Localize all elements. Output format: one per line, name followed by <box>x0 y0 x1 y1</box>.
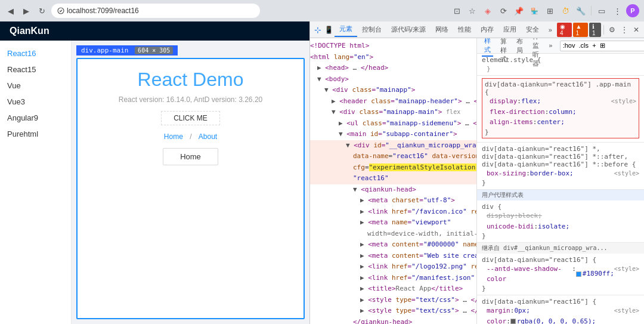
timer-icon[interactable]: ⏱ <box>559 4 572 17</box>
dom-link-logo[interactable]: ▶ <link href="/logo192.png" rel="apple-t… <box>310 261 476 273</box>
dom-qiankun-head-close[interactable]: </qiankun-head> <box>310 317 476 325</box>
browser-toolbar: ◀ ▶ ↻ localhost:7099/react16 ⊡ ☆ ◈ ⟳ 📌 🏪… <box>0 0 644 21</box>
close-devtools-icon[interactable]: ✕ <box>631 24 642 36</box>
cast-icon[interactable]: ⊡ <box>450 4 463 17</box>
sidebar-item-purehtml[interactable]: Purehtml <box>0 126 71 142</box>
styles-tab-more[interactable]: » <box>546 41 555 51</box>
dom-tree-panel[interactable]: <!DOCTYPE html> <html lang="en"> ▶ <head… <box>310 38 477 324</box>
back-button[interactable]: ◀ <box>5 5 17 17</box>
apps-icon[interactable]: ⊞ <box>543 4 556 17</box>
wildcard-after: div[data-qiankun="react16"] *::after, <box>482 153 639 161</box>
styles-filter-input[interactable] <box>560 41 644 51</box>
click-me-button[interactable]: CLICK ME <box>161 111 220 125</box>
element-style-section: element.style { } <box>477 54 644 76</box>
dom-viewport-content[interactable]: width=device-width, initial-scale=1> <box>310 229 476 240</box>
dom-html[interactable]: <html lang="en"> <box>310 52 476 63</box>
tab-elements[interactable]: 元素 <box>335 22 357 37</box>
styles-tab-layout[interactable]: 布局 <box>514 38 525 56</box>
device-emulation-icon[interactable]: 📱 <box>323 24 334 36</box>
dom-qiankun-head[interactable]: ▼ <qiankun-head> <box>310 184 476 196</box>
selector-close: } <box>485 128 636 136</box>
sidebar-item-vue[interactable]: Vue <box>0 78 71 94</box>
breadcrumb-home[interactable]: Home <box>164 132 183 141</box>
dom-mainapp[interactable]: ▼ <div class="mainapp"> <box>310 85 476 96</box>
styles-section-antd: div[data-qiankun="react16"] { --antd-wav… <box>477 254 644 295</box>
toolbar-icons: ⊡ ☆ ◈ ⟳ 📌 🏪 ⊞ ⏱ 🔧 ▭ ⋮ P <box>450 4 639 17</box>
breadcrumb-about[interactable]: About <box>199 132 217 141</box>
tab-console[interactable]: 控制台 <box>357 23 386 36</box>
style-rule-unicode-bidi: unicode-bidi: isolate; <box>482 222 639 232</box>
highlighted-selector: div[data-qiankun="react16"] .app-main { … <box>482 78 639 138</box>
pin-icon[interactable]: 📌 <box>512 4 525 17</box>
styles-tab-events[interactable]: 事件监听器 <box>530 38 541 69</box>
dom-style1[interactable]: ▶ <style type="text/css"> … </style> <box>310 295 476 306</box>
sync-icon[interactable]: ⟳ <box>497 4 510 17</box>
tab-security[interactable]: 安全 <box>521 23 544 36</box>
dom-mainapp-main[interactable]: ▼ <div class="mainapp-main"> flex <box>310 107 476 118</box>
sidebar-item-react15[interactable]: React15 <box>0 61 71 78</box>
dom-title[interactable]: ▶ <title>React App</title> <box>310 283 476 295</box>
dom-meta-viewport[interactable]: ▶ <meta name="viewport" <box>310 217 476 229</box>
style-rule-margin: margin: 0px; <style> <box>482 306 639 316</box>
dom-qiankun-wrapper[interactable]: ▼ <div id="__qiankun_microapp_wrapper_fo… <box>310 140 476 152</box>
dom-header[interactable]: ▶ <header class="mainapp-header"> … </he… <box>310 96 476 107</box>
dom-link-manifest[interactable]: ▶ <link href="/manifest.json" rel="manif… <box>310 273 476 284</box>
dom-head[interactable]: ▶ <head> … </head> <box>310 63 476 74</box>
store-icon[interactable]: 🏪 <box>528 4 541 17</box>
extension-icon[interactable]: ◈ <box>481 4 494 17</box>
inspect-element-icon[interactable]: ⊹ <box>312 24 323 36</box>
breadcrumb-separator: / <box>190 132 194 141</box>
subapp-frame: React Demo React version: 16.14.0, AntD … <box>76 58 305 319</box>
dom-sidemenu[interactable]: ▶ <ul class="mainapp-sidemenu"> … </ul> <box>310 118 476 129</box>
dom-meta-theme[interactable]: ▶ <meta content="#000000" name="theme-co… <box>310 239 476 251</box>
home-button[interactable]: Home <box>163 148 218 165</box>
tab-sources[interactable]: 源代码/来源 <box>386 23 431 36</box>
dom-meta-description[interactable]: ▶ <meta content="Web site created using … <box>310 251 476 262</box>
styles-panel: 样式 计算样式 布局 事件监听器 » + ≡ element.style { } <box>477 38 644 324</box>
devtools-icon-chrome[interactable]: 🔧 <box>574 4 587 17</box>
element-style-close: } <box>482 65 639 73</box>
sidebar-item-react16[interactable]: React16 <box>0 45 71 61</box>
tab-network[interactable]: 网络 <box>431 23 453 36</box>
element-size-badge: 604 × 305 <box>135 47 173 54</box>
bookmark-icon[interactable]: ☆ <box>466 4 479 17</box>
user-avatar[interactable]: P <box>626 4 639 17</box>
address-bar[interactable]: localhost:7099/react16 <box>51 4 260 18</box>
sidebar-item-angular9[interactable]: Angular9 <box>0 110 71 126</box>
dom-subapp-container[interactable]: ▼ <main id="subapp-container"> <box>310 129 476 140</box>
main2-selector: div[data-qiankun="react16"] { <box>482 298 639 306</box>
ua-selector: div { <box>482 203 639 211</box>
sidebar-item-vue3[interactable]: Vue3 <box>0 94 71 110</box>
dom-meta-charset[interactable]: ▶ <meta charset="utf-8"> <box>310 195 476 206</box>
dom-qiankun-attrs2[interactable]: cfg="experimentalStyleIsolation":true} d… <box>310 162 476 174</box>
settings-icon[interactable]: ⚙ <box>606 24 617 36</box>
app-layout: React16 React15 Vue Vue3 Angular9 <box>0 41 309 324</box>
react-demo-title: React Demo <box>138 69 244 91</box>
styles-tab-styles[interactable]: 样式 <box>482 38 493 57</box>
tab-more[interactable]: » <box>544 24 557 36</box>
dom-style2[interactable]: ▶ <style type="text/css"> … </style> <box>310 306 476 317</box>
more-menu-icon[interactable]: ⋮ <box>611 4 624 17</box>
dom-doctype[interactable]: <!DOCTYPE html> <box>310 41 476 52</box>
separator <box>603 25 604 35</box>
antd-close: } <box>482 285 639 292</box>
error-badge: ◉ 4 <box>557 23 572 37</box>
antd-color-swatch <box>576 271 581 277</box>
style-rule-display-block: display: block; <box>482 211 639 221</box>
url-text: localhost:7099/react16 <box>67 7 139 15</box>
tab-application[interactable]: 应用 <box>499 23 521 36</box>
reload-button[interactable]: ↻ <box>36 5 48 17</box>
tab-performance[interactable]: 性能 <box>453 23 476 36</box>
wildcard-selector: div[data-qiankun="react16"] *, <box>482 145 639 153</box>
vertical-dots-icon[interactable]: ⋮ <box>619 24 630 36</box>
tab-memory[interactable]: 内存 <box>476 23 499 36</box>
qiankun-logo: QianKun <box>10 26 49 36</box>
minimize-icon[interactable]: ▭ <box>595 4 608 17</box>
forward-button[interactable]: ▶ <box>20 5 32 17</box>
dom-qiankun-attrs3[interactable]: "react16" <box>310 173 476 184</box>
inherited-header1: 继承自 div#__qiankun_microapp_wra... <box>477 243 644 254</box>
styles-section-wildcard: div[data-qiankun="react16"] *, div[data-… <box>477 143 644 190</box>
dom-body[interactable]: ▼ <body> <box>310 74 476 85</box>
dom-link-favicon[interactable]: ▶ <link href="/favicon.ico" rel="icon"> <box>310 206 476 218</box>
dom-qiankun-attrs1[interactable]: data-name="react16" data-version="2.10.1… <box>310 151 476 162</box>
